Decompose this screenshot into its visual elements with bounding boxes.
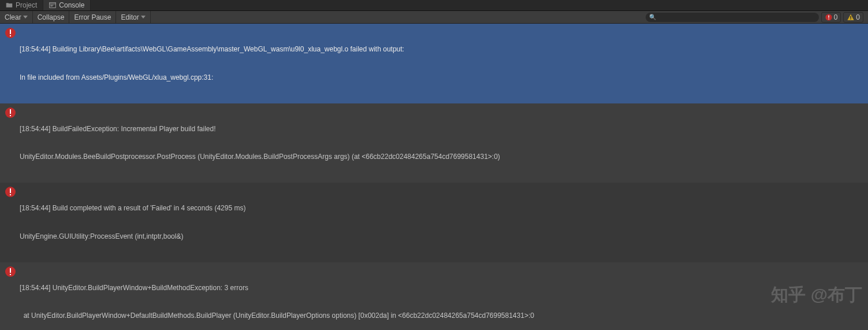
console-entry-line2: UnityEngine.GUIUtility:ProcessEvent (int…: [20, 232, 245, 241]
console-toolbar: Clear Collapse Error Pause Editor 🔍 0 0: [0, 11, 868, 24]
warning-count-badge[interactable]: 0: [843, 12, 863, 23]
console-entry-line2: at UnityEditor.BuildPlayerWindow+Default…: [20, 311, 534, 320]
svg-rect-11: [10, 35, 11, 36]
svg-rect-5: [828, 15, 829, 17]
search-input[interactable]: [646, 13, 819, 22]
console-entry[interactable]: [18:54:44] Building Library\Bee\artifact…: [0, 24, 868, 103]
svg-rect-19: [10, 268, 11, 273]
search-icon: 🔍: [649, 14, 656, 20]
console-entry-line1: [18:54:44] UnityEditor.BuildPlayerWindow…: [20, 283, 534, 292]
console-entry-line2: UnityEditor.Modules.BeeBuildPostprocesso…: [20, 152, 500, 161]
console-entry[interactable]: [18:54:44] BuildFailedException: Increme…: [0, 103, 868, 183]
tab-console[interactable]: Console: [43, 0, 91, 10]
tab-bar: Project Console: [0, 0, 868, 11]
svg-rect-13: [10, 109, 11, 114]
tab-console-label: Console: [59, 1, 84, 9]
svg-rect-6: [828, 18, 829, 19]
svg-rect-20: [10, 274, 11, 275]
console-list: [18:54:44] Building Library\Bee\artifact…: [0, 24, 868, 330]
warning-icon: [847, 13, 855, 21]
svg-rect-10: [10, 29, 11, 34]
chevron-down-icon: [141, 16, 146, 18]
svg-rect-8: [851, 18, 851, 19]
error-count-badge[interactable]: 0: [821, 12, 841, 23]
console-icon: [49, 2, 56, 9]
collapse-button[interactable]: Collapse: [33, 11, 70, 23]
console-entry-line1: [18:54:44] Building Library\Bee\artifact…: [20, 45, 404, 54]
tab-project[interactable]: Project: [0, 0, 43, 10]
console-entry-line2: In file included from Assets/Plugins/Web…: [20, 73, 404, 82]
editor-button[interactable]: Editor: [116, 11, 150, 23]
console-entry[interactable]: [18:54:44] UnityEditor.BuildPlayerWindow…: [0, 262, 868, 331]
error-icon: [5, 266, 16, 277]
svg-rect-17: [10, 194, 11, 195]
svg-rect-14: [10, 115, 11, 116]
console-entry-line1: [18:54:44] BuildFailedException: Increme…: [20, 124, 500, 134]
svg-rect-7: [851, 16, 851, 18]
error-icon: [825, 13, 833, 21]
folder-icon: [6, 2, 13, 9]
error-pause-button[interactable]: Error Pause: [69, 11, 116, 23]
clear-button[interactable]: Clear: [0, 11, 33, 23]
console-entry-line1: [18:54:44] Build completed with a result…: [20, 203, 245, 213]
svg-rect-16: [10, 188, 11, 193]
error-icon: [5, 186, 16, 198]
chevron-down-icon: [23, 16, 28, 18]
tab-project-label: Project: [16, 1, 37, 9]
console-entry[interactable]: [18:54:44] Build completed with a result…: [0, 183, 868, 262]
error-icon: [5, 27, 16, 39]
error-icon: [5, 107, 16, 118]
